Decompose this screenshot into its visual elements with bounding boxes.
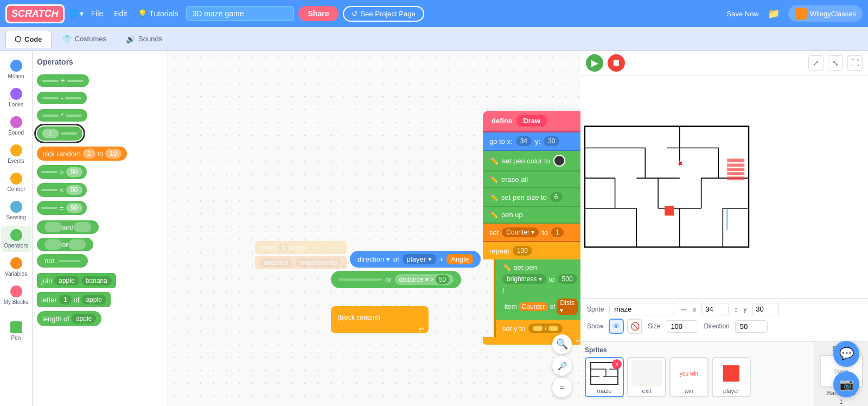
sidebar-item-operators[interactable]: Operators	[1, 226, 31, 252]
sprite-grid: × maze	[585, 357, 809, 397]
stage-expand-btn[interactable]: ⤡	[828, 55, 843, 71]
pen-icon-bright: ✏️	[502, 263, 511, 271]
show-toggle: 👁 🚫	[609, 319, 642, 334]
define-block[interactable]: define Draw	[483, 111, 580, 132]
y-label: y	[743, 306, 746, 313]
share-button[interactable]: Share	[298, 6, 339, 21]
subtract-operator-block[interactable]: -	[37, 92, 87, 104]
zoom-in-btn[interactable]: 🔍	[552, 334, 572, 354]
sidebar-item-sensing[interactable]: Sensing	[1, 198, 31, 224]
stage-area[interactable]: distance 3 Angle 50 Speed 0 Counter	[580, 75, 868, 298]
direction-field[interactable]	[735, 320, 768, 333]
sidebar-item-myblocks[interactable]: My Blocks	[1, 282, 31, 308]
stop-btn[interactable]: ⏹	[608, 54, 625, 72]
sidebar-item-pen[interactable]: Pen	[1, 318, 31, 344]
file-menu[interactable]: File	[88, 7, 107, 20]
pen-color-circle[interactable]	[553, 155, 565, 167]
bottom-icons: 💬 📷	[833, 341, 859, 397]
repeat-body: ✏️ set pen brightness ▾ to 500 / item Co…	[494, 259, 580, 337]
scratch-logo[interactable]: SCRATCH	[5, 4, 65, 23]
and-block[interactable]: and	[37, 220, 99, 234]
tutorials-btn[interactable]: 💡 Tutorials	[135, 7, 181, 20]
equals-block[interactable]: = 50	[37, 201, 87, 215]
tab-sounds[interactable]: 🔊 Sounds	[117, 30, 171, 48]
goto-block[interactable]: go to x: 34 y: 30	[483, 132, 580, 151]
hide-eye-btn[interactable]: 🚫	[627, 319, 642, 334]
set-pen-color-block[interactable]: ✏️ set pen color to	[483, 151, 580, 172]
orange-block-move[interactable]: (block content)	[331, 310, 429, 325]
globe-btn[interactable]: 🌐 ▾	[69, 9, 84, 18]
sidebar-item-motion[interactable]: Motion	[1, 56, 31, 83]
code-tabs: ⬡ Code 👕 Costumes 🔊 Sounds	[0, 27, 868, 51]
tab-code[interactable]: ⬡ Code	[5, 30, 52, 48]
sprite-list-header: Sprites	[585, 346, 809, 354]
join-block[interactable]: join apple banana	[37, 273, 116, 288]
tab-costumes[interactable]: 👕 Costumes	[54, 30, 116, 48]
blocks-panel: Operators + - *	[33, 51, 168, 406]
sidebar-item-control[interactable]: Control	[1, 169, 31, 195]
sidebar-item-events[interactable]: Events	[1, 141, 31, 167]
angle-floating-block[interactable]: direction ▾ of player ▾ + Angle	[350, 251, 481, 268]
sprite-thumb-maze[interactable]: × maze	[585, 357, 624, 397]
sprite-list: Sprites ×	[580, 341, 814, 406]
greater-than-block[interactable]: > 50	[37, 165, 87, 179]
or-floating-block[interactable]: or distance ▾ > 50	[331, 271, 461, 288]
sprite-thumb-player[interactable]: player	[712, 357, 751, 397]
zoom-out-btn[interactable]: 🔎	[552, 356, 572, 376]
divide-operator-block[interactable]: /	[37, 126, 82, 141]
project-name-input[interactable]	[186, 6, 294, 21]
size-field[interactable]	[666, 320, 698, 333]
remix-icon: ↺	[352, 10, 358, 18]
x-label: x	[693, 306, 696, 313]
sidebar-item-looks[interactable]: Looks	[1, 85, 31, 111]
set-pen-size-block[interactable]: ✏️ set pen size to 6	[483, 188, 580, 207]
green-flag-btn[interactable]: ▶	[586, 54, 603, 72]
pen-icon: ✏️	[489, 156, 499, 165]
letter-of-block[interactable]: letter 1 of apple	[37, 292, 111, 307]
player-sprite-label: player	[723, 388, 739, 394]
sprite-thumb-win[interactable]: you win win	[669, 357, 709, 397]
zoom-controls: 🔍 🔎 =	[552, 334, 572, 397]
show-eye-btn[interactable]: 👁	[609, 319, 624, 334]
edit-menu[interactable]: Edit	[111, 7, 130, 20]
floating-orange-stack: (block content) ↩	[331, 306, 429, 333]
repeat-block[interactable]: repeat 100	[483, 242, 580, 259]
stage-fullscreen-btn[interactable]: ⛶	[847, 55, 863, 71]
zoom-reset-btn[interactable]: =	[552, 378, 572, 397]
erase-all-block[interactable]: ✏️ erase all	[483, 172, 580, 188]
save-now-btn[interactable]: Save Now	[727, 10, 759, 18]
y-coord-field[interactable]	[752, 303, 779, 315]
x-coord-field[interactable]	[701, 303, 729, 315]
script-canvas[interactable]: define Draw go to x: 34 y: 30 ✏️ set pen…	[168, 51, 580, 406]
sprite-thumb-exit[interactable]: exit	[627, 357, 666, 397]
globe-icon: 🌐	[69, 9, 78, 18]
stage-compress-btn[interactable]: ⤢	[808, 55, 824, 71]
set-counter-block[interactable]: set Counter ▾ to 1	[483, 224, 580, 242]
add-operator-block[interactable]: +	[37, 74, 89, 87]
user-menu-btn[interactable]: WlingyClasses	[788, 5, 863, 22]
not-block[interactable]: not	[37, 254, 88, 268]
sprite-name-field[interactable]	[609, 303, 674, 315]
less-than-block[interactable]: < 50	[37, 183, 87, 197]
folder-icon[interactable]: 📁	[768, 8, 780, 20]
delete-maze-btn[interactable]: ×	[612, 359, 622, 369]
pen-up-block[interactable]: ✏️ pen up	[483, 207, 580, 224]
sidebar-item-sound[interactable]: Sound	[1, 113, 31, 139]
code-tab-icon: ⬡	[15, 35, 21, 43]
see-project-button[interactable]: ↺ See Project Page	[343, 6, 424, 22]
pen-icon-up: ✏️	[489, 211, 498, 219]
x-coord-icon: ↔	[680, 305, 687, 314]
camera-btn[interactable]: 📷	[833, 371, 859, 397]
win-sprite-img: you win	[674, 360, 704, 386]
or-block[interactable]: or	[37, 238, 93, 251]
pick-random-block[interactable]: pick random 1 to 10	[37, 147, 127, 161]
chat-btn[interactable]: 💬	[833, 341, 859, 367]
backdrops-count: 1	[839, 398, 843, 405]
maze-stage	[580, 75, 753, 298]
length-of-block[interactable]: length of apple	[37, 311, 101, 326]
multiply-operator-block[interactable]: *	[37, 109, 87, 122]
user-avatar	[795, 8, 807, 20]
sidebar-item-variables[interactable]: Variables	[1, 254, 31, 280]
main-content: Motion Looks Sound Events Control Sensin…	[0, 51, 868, 406]
set-pen-brightness-block[interactable]: ✏️ set pen brightness ▾ to 500 / item Co…	[496, 259, 580, 320]
